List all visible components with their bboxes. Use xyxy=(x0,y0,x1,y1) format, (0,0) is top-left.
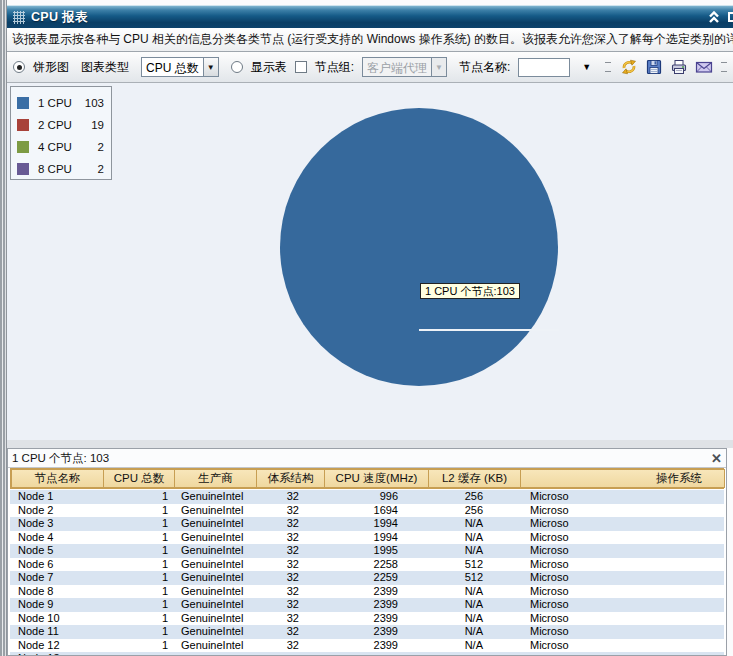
save-icon[interactable] xyxy=(644,58,663,77)
cpu-report-window: CPU 报表 该报表显示按各种与 CPU 相关的信息分类各类节点 (运行受支持的… xyxy=(7,0,733,656)
table-cell: Microso xyxy=(525,598,724,611)
legend-value: 2 xyxy=(98,163,104,175)
column-header-1[interactable]: CPU 总数 xyxy=(103,469,175,488)
table-cell: GenuineIntel xyxy=(175,571,258,584)
table-cell: Node 4 xyxy=(10,531,103,544)
legend-item[interactable]: 4 CPU2 xyxy=(17,136,104,158)
table-row[interactable]: Node 13 xyxy=(10,652,724,656)
detail-panel-header: 1 CPU 个节点: 103 ✕ xyxy=(8,449,726,468)
legend-value: 103 xyxy=(85,97,104,109)
legend-label: 4 CPU xyxy=(38,141,72,153)
table-row[interactable]: Node 121GenuineIntel322399N/AMicroso xyxy=(10,639,724,653)
table-cell: GenuineIntel xyxy=(175,612,258,625)
pie-slice-divider xyxy=(419,329,559,331)
node-group-checkbox[interactable] xyxy=(295,61,307,73)
node-name-dropdown-icon[interactable]: ▼ xyxy=(582,62,591,72)
table-cell: 32 xyxy=(258,625,327,638)
table-header-row: 节点名称CPU 总数生产商体系结构CPU 速度(MHz)L2 缓存 (KB)操作… xyxy=(10,468,724,489)
table-cell: N/A xyxy=(432,639,525,652)
table-cell: 1 xyxy=(103,531,175,544)
detail-panel: 1 CPU 个节点: 103 ✕ 节点名称CPU 总数生产商体系结构CPU 速度… xyxy=(7,448,727,656)
table-row[interactable]: Node 51GenuineIntel321995N/AMicroso xyxy=(10,544,724,558)
table-row[interactable]: Node 111GenuineIntel322399N/AMicroso xyxy=(10,625,724,639)
table-row[interactable]: Node 71GenuineIntel322259512Microso xyxy=(10,571,724,585)
legend-item[interactable]: 2 CPU19 xyxy=(17,114,104,136)
table-cell: 1 xyxy=(103,585,175,598)
legend-item[interactable]: 1 CPU103 xyxy=(17,92,104,114)
table-cell: Microso xyxy=(525,558,724,571)
table-cell: 1 xyxy=(103,558,175,571)
table-row[interactable]: Node 31GenuineIntel321994N/AMicroso xyxy=(10,517,724,531)
legend-item[interactable]: 8 CPU2 xyxy=(17,158,104,180)
collapse-chevrons-icon[interactable] xyxy=(707,10,721,24)
close-icon[interactable]: ✕ xyxy=(711,452,722,465)
table-cell: GenuineIntel xyxy=(175,490,258,503)
titlebar[interactable]: CPU 报表 xyxy=(7,5,733,28)
show-table-label[interactable]: 显示表 xyxy=(251,59,287,76)
chart-tooltip: 1 CPU 个节点:103 xyxy=(420,283,520,299)
table-cell: 2399 xyxy=(327,639,432,652)
table-row[interactable]: Node 11GenuineIntel32996256Microso xyxy=(10,490,724,504)
table-body: Node 11GenuineIntel32996256MicrosoNode 2… xyxy=(10,490,724,656)
column-header-6[interactable]: 操作系统 xyxy=(520,469,725,488)
pie-radio-label[interactable]: 饼形图 xyxy=(33,59,69,76)
table-row[interactable]: Node 61GenuineIntel322258512Microso xyxy=(10,558,724,572)
node-group-select[interactable]: 客户端代理 ▼ xyxy=(362,57,447,77)
table-cell: Node 3 xyxy=(10,517,103,530)
table-cell: N/A xyxy=(432,625,525,638)
column-header-5[interactable]: L2 缓存 (KB) xyxy=(428,469,521,488)
table-row[interactable]: Node 41GenuineIntel321994N/AMicroso xyxy=(10,531,724,545)
undock-window-icon[interactable] xyxy=(728,12,733,22)
table-row[interactable]: Node 81GenuineIntel322399N/AMicroso xyxy=(10,585,724,599)
table-cell: 256 xyxy=(432,490,525,503)
table-cell: N/A xyxy=(432,517,525,530)
table-row[interactable]: Node 21GenuineIntel321694256Microso xyxy=(10,504,724,518)
legend-label: 1 CPU xyxy=(38,97,72,109)
table-cell: 1 xyxy=(103,639,175,652)
column-header-0[interactable]: 节点名称 xyxy=(11,469,104,488)
table-cell: N/A xyxy=(432,612,525,625)
table-cell: 2258 xyxy=(327,558,432,571)
chart-type-label: 图表类型 xyxy=(81,59,129,76)
chart-type-select[interactable]: CPU 总数 ▼ xyxy=(141,57,219,77)
table-cell: Microso xyxy=(525,517,724,530)
column-header-3[interactable]: 体系结构 xyxy=(256,469,325,488)
column-header-4[interactable]: CPU 速度(MHz) xyxy=(324,469,429,488)
table-cell: 1 xyxy=(103,544,175,557)
table-cell: Microso xyxy=(525,585,724,598)
table-cell: Node 7 xyxy=(10,571,103,584)
email-icon[interactable] xyxy=(694,58,713,77)
table-cell: GenuineIntel xyxy=(175,585,258,598)
chevron-down-icon[interactable]: ▼ xyxy=(203,58,218,76)
legend-swatch-icon xyxy=(17,97,29,109)
table-cell: 1994 xyxy=(327,517,432,530)
refresh-icon[interactable] xyxy=(619,58,638,77)
chart-legend: 1 CPU1032 CPU194 CPU28 CPU2 xyxy=(10,86,112,180)
pie-chart[interactable] xyxy=(280,108,558,386)
table-cell: 32 xyxy=(258,504,327,517)
table-cell: 32 xyxy=(258,558,327,571)
print-icon[interactable] xyxy=(669,58,688,77)
horizontal-splitter[interactable] xyxy=(7,440,733,448)
table-cell: 996 xyxy=(327,490,432,503)
report-description: 该报表显示按各种与 CPU 相关的信息分类各类节点 (运行受支持的 Window… xyxy=(7,28,733,52)
left-splitter[interactable] xyxy=(0,0,7,656)
table-cell: N/A xyxy=(432,544,525,557)
table-cell: 32 xyxy=(258,585,327,598)
legend-label: 8 CPU xyxy=(38,163,72,175)
legend-value: 19 xyxy=(91,119,104,131)
table-cell: Microso xyxy=(525,544,724,557)
table-cell: Node 10 xyxy=(10,612,103,625)
table-cell: Node 1 xyxy=(10,490,103,503)
chart-area: 1 CPU1032 CPU194 CPU28 CPU2 1 CPU 个节点:10… xyxy=(7,83,733,440)
drag-grip-icon[interactable] xyxy=(13,11,25,24)
show-table-radio[interactable] xyxy=(231,61,243,73)
column-header-2[interactable]: 生产商 xyxy=(174,469,257,488)
table-row[interactable]: Node 101GenuineIntel322399N/AMicroso xyxy=(10,612,724,626)
table-cell: 512 xyxy=(432,558,525,571)
node-name-label: 节点名称: xyxy=(459,59,510,76)
pie-chart-radio[interactable] xyxy=(13,61,25,73)
table-row[interactable]: Node 91GenuineIntel322399N/AMicroso xyxy=(10,598,724,612)
node-name-input[interactable] xyxy=(518,58,570,77)
table-cell: 2399 xyxy=(327,598,432,611)
